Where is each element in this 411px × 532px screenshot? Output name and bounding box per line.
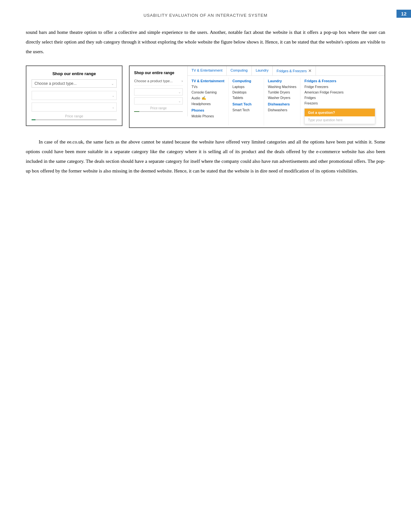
- tab-computing[interactable]: Computing: [227, 66, 252, 75]
- page-number: 12: [396, 10, 411, 18]
- col-computing: Computing Laptops Desktops Tablets Smart…: [229, 78, 264, 125]
- simple-price-slider: [32, 119, 117, 120]
- menu-item-tvs[interactable]: TVs: [191, 85, 224, 89]
- col-fridges-freezers: Fridges & Freezers Fridge Freezers Ameri…: [300, 78, 379, 125]
- col-tv-header: TV & Entertainment: [191, 79, 224, 83]
- simple-input-row-2[interactable]: ⌄: [32, 103, 117, 112]
- tab-fridges-freezers[interactable]: Fridges & Freezers ✕: [273, 66, 316, 75]
- mega-price-slider-track: [134, 111, 183, 112]
- figure-mega: Shop our entire range Choose a product t…: [129, 65, 385, 128]
- menu-item-laptops[interactable]: Laptops: [232, 85, 260, 89]
- tab-laundry-label: Laundry: [256, 68, 269, 72]
- col-tv-entertainment: TV & Entertainment TVs Console Gaming Au…: [188, 78, 229, 125]
- menu-item-washer-dryers[interactable]: Washer Dryers: [268, 96, 296, 100]
- figure-simple: Shop our entire range Choose a product t…: [26, 65, 122, 126]
- document-header: USABILITY EVALUATION OF AN INTERACTIVE S…: [26, 13, 385, 18]
- intro-paragraph: sound bars and home theatre option to of…: [26, 27, 385, 56]
- cursor-icon: ✍: [201, 96, 206, 100]
- menu-item-desktops[interactable]: Desktops: [232, 90, 260, 94]
- simple-dropdown-label: Choose a product type...: [34, 81, 77, 86]
- mega-tabs: TV & Entertainment Computing Laundry Fri…: [188, 66, 385, 76]
- menu-item-dishwashers[interactable]: Dishwashers: [268, 108, 296, 112]
- arrow-right-icon: ›: [181, 79, 183, 83]
- tab-tv-label: TV & Entertainment: [191, 68, 222, 72]
- close-icon[interactable]: ✕: [308, 68, 312, 73]
- question-header: Got a question?: [305, 109, 375, 116]
- menu-item-fridge-freezers[interactable]: Fridge Freezers: [304, 85, 375, 89]
- col-computing-header: Computing: [232, 79, 260, 83]
- menu-item-fridges[interactable]: Fridges: [304, 96, 375, 100]
- mega-price-slider-fill: [134, 111, 139, 112]
- menu-item-smart-tech[interactable]: Smart Tech: [232, 108, 260, 112]
- chevron-down-icon: ⌄: [112, 94, 114, 97]
- mega-price-label: Price range: [134, 106, 183, 110]
- menu-item-freezers[interactable]: Freezers: [304, 101, 375, 105]
- mega-input-box-1[interactable]: ⌄: [134, 88, 183, 95]
- simple-product-dropdown[interactable]: Choose a product type... ⌄: [32, 79, 117, 88]
- tab-laundry[interactable]: Laundry: [252, 66, 273, 75]
- chevron-down-icon: ⌄: [112, 105, 114, 109]
- simple-shop-title: Shop our entire range: [32, 71, 117, 76]
- menu-item-console-gaming[interactable]: Console Gaming: [191, 90, 224, 94]
- mega-right-panel: TV & Entertainment Computing Laundry Fri…: [188, 66, 385, 127]
- mega-left-panel: Shop our entire range Choose a product t…: [130, 66, 188, 116]
- mega-columns: TV & Entertainment TVs Console Gaming Au…: [188, 76, 385, 127]
- mega-product-dropdown[interactable]: Choose a product type... ›: [134, 79, 183, 86]
- mega-dropdown-label: Choose a product type...: [134, 79, 173, 83]
- second-paragraph: In case of the ee.co.uk, the same facts …: [26, 137, 385, 176]
- menu-item-mobile-phones[interactable]: Mobile Phones: [191, 114, 224, 118]
- col-smart-tech-header: Smart Tech: [232, 102, 260, 106]
- simple-input-row-1[interactable]: ⌄: [32, 91, 117, 100]
- menu-item-tumble-dryers[interactable]: Tumble Dryers: [268, 90, 296, 94]
- mega-input-box-2[interactable]: ⌄: [134, 97, 183, 104]
- menu-item-audio[interactable]: Audio ✍: [191, 96, 224, 100]
- tab-tv-entertainment[interactable]: TV & Entertainment: [188, 66, 227, 75]
- chevron-down-icon: ⌄: [178, 99, 181, 103]
- col-dishwashers-header: Dishwashers: [268, 102, 296, 106]
- menu-item-american-fridge-freezers[interactable]: American Fridge Freezers: [304, 90, 375, 94]
- figures-row: Shop our entire range Choose a product t…: [26, 65, 385, 128]
- col-laundry: Laundry Washing Machines Tumble Dryers W…: [264, 78, 300, 125]
- got-a-question-box: Got a question? Type your question here: [304, 108, 375, 124]
- tab-fridges-label: Fridges & Freezers: [277, 69, 307, 73]
- tab-computing-label: Computing: [230, 68, 248, 72]
- chevron-down-icon: ⌄: [111, 82, 114, 85]
- menu-item-washing-machines[interactable]: Washing Machines: [268, 85, 296, 89]
- mega-shop-title: Shop our entire range: [134, 71, 183, 75]
- chevron-down-icon: ⌄: [178, 90, 181, 94]
- menu-item-tablets[interactable]: Tablets: [232, 96, 260, 100]
- menu-item-headphones[interactable]: Headphones: [191, 102, 224, 106]
- price-slider-fill: [32, 119, 35, 120]
- col-laundry-header: Laundry: [268, 79, 296, 83]
- col-fridges-header: Fridges & Freezers: [304, 79, 375, 83]
- simple-price-range-label: Price range: [32, 114, 117, 118]
- col-phones-header: Phones: [191, 108, 224, 112]
- question-input[interactable]: Type your question here: [305, 116, 375, 124]
